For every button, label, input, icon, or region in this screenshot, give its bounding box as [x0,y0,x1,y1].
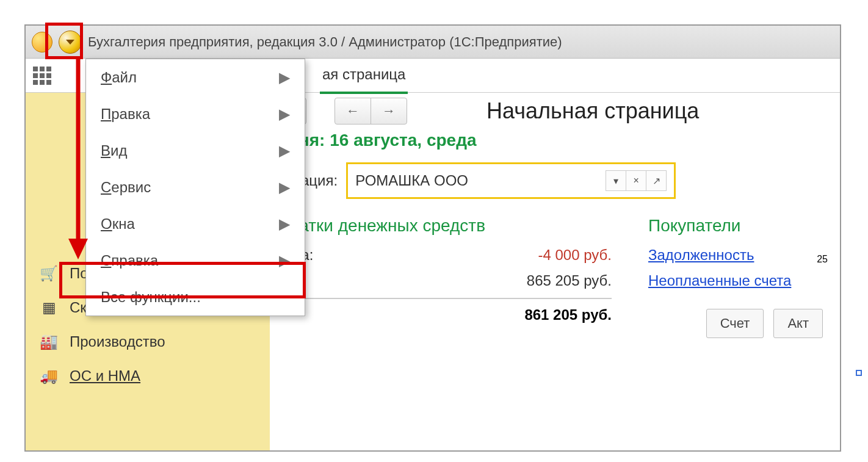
nav-toolbar: ☆ ← → Начальная страница [270,98,828,125]
balance-row: Касса: -4 000 руб. [270,247,612,264]
customer-row: Задолженность 25 [648,247,828,272]
arrow-right-icon: → [382,103,396,119]
balances-total: 861 205 руб. [270,306,612,323]
organization-field[interactable]: РОМАШКА ООО ▾ × ↗ [346,162,676,199]
customer-row: Неоплаченные счета [648,272,828,298]
page-title: Начальная страница [486,98,699,124]
window-title: Бухгалтерия предприятия, редакция 3.0 / … [88,34,562,50]
org-dropdown-button[interactable]: ▾ [606,170,626,191]
truck-icon: 🚚 [40,367,57,384]
chevron-right-icon: ▶ [279,69,290,86]
main-menu-dropdown-button[interactable] [59,31,82,54]
main-dropdown-menu: Файл ▶ Правка ▶ Вид ▶ Сервис ▶ Окна ▶ Сп… [85,59,305,316]
resize-handle-icon[interactable] [856,370,862,376]
balance-row-value: 865 205 руб. [527,272,612,289]
sidebar-item-os-nma[interactable]: 🚚 ОС и НМА [26,359,270,393]
grid-icon: ▦ [40,299,57,316]
sidebar-item-label: ОС и НМА [70,367,140,384]
today-value: 16 августа, среда [330,131,476,150]
menu-item-label: Все функции... [101,289,201,306]
sidebar-item-production[interactable]: 🏭 Производство [26,325,270,359]
balance-row: Банк: 865 205 руб. [270,272,612,289]
action-buttons: Счет Акт [648,309,828,338]
nav-back-button[interactable]: ← [335,98,371,125]
tab-start-page[interactable]: ая страница [320,57,408,94]
menu-item-all-functions[interactable]: Все функции... [86,279,305,316]
balance-row-value: -4 000 руб. [538,247,612,264]
organization-row: анизация: РОМАШКА ООО ▾ × ↗ [270,162,828,199]
invoice-button[interactable]: Счет [706,309,764,338]
open-external-icon: ↗ [653,175,660,187]
link-debt[interactable]: Задолженность [648,247,754,264]
main-content: ☆ ← → Начальная страница тодня: 16 авгус… [270,93,840,450]
app-logo-icon [32,32,52,52]
act-button[interactable]: Акт [773,309,823,338]
caret-down-icon: ▾ [613,175,618,187]
nav-forward-button[interactable]: → [371,98,407,125]
link-unpaid-invoices[interactable]: Неоплаченные счета [648,272,791,289]
arrow-left-icon: ← [346,103,360,119]
chevron-down-icon [66,40,74,45]
chevron-right-icon: ▶ [279,179,290,196]
menu-item-view[interactable]: Вид ▶ [86,132,305,169]
menu-item-help[interactable]: Справка ▶ [86,242,305,279]
customer-row-value: 25 [817,254,828,265]
chevron-right-icon: ▶ [279,106,290,123]
titlebar: Бухгалтерия предприятия, редакция 3.0 / … [26,26,840,59]
customers-panel: Покупатели Задолженность 25 Неоплаченные… [648,216,828,338]
columns: Остатки денежных средств Касса: -4 000 р… [270,216,828,338]
chevron-right-icon: ▶ [279,252,290,269]
chevron-right-icon: ▶ [279,142,290,159]
menu-item-windows[interactable]: Окна ▶ [86,206,305,242]
org-open-button[interactable]: ↗ [646,170,667,191]
menu-item-service[interactable]: Сервис ▶ [86,169,305,206]
close-icon: × [634,175,639,186]
cart-icon: 🛒 [40,265,57,282]
menu-item-edit[interactable]: Правка ▶ [86,96,305,132]
org-clear-button[interactable]: × [626,170,646,191]
balances-title: Остатки денежных средств [270,216,612,236]
chevron-right-icon: ▶ [279,215,290,233]
organization-value: РОМАШКА ООО [355,172,606,189]
factory-icon: 🏭 [40,333,57,350]
divider [270,298,612,299]
today-line: тодня: 16 августа, среда [270,131,828,150]
sidebar-item-label: Производство [70,333,165,350]
apps-grid-icon[interactable] [33,67,51,85]
menu-item-file[interactable]: Файл ▶ [86,59,305,96]
balances-panel: Остатки денежных средств Касса: -4 000 р… [270,216,612,338]
customers-title: Покупатели [648,216,828,236]
